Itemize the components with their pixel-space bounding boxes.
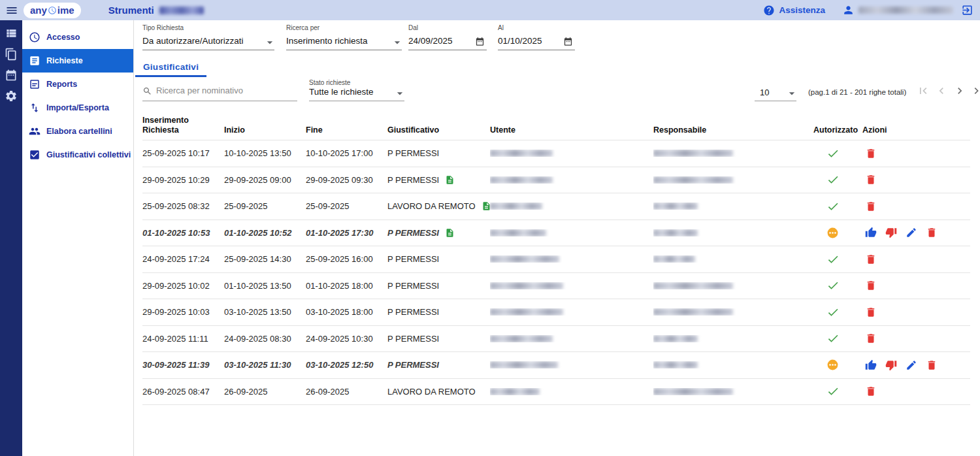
redacted-utente-name — [490, 255, 559, 263]
cell-giustificativo: P PERMESSI — [387, 307, 490, 317]
cell-inserimento-richiesta: 29-09-2025 10:02 — [142, 281, 224, 291]
cell-responsabile — [653, 150, 813, 157]
edit-button[interactable] — [906, 227, 917, 238]
cell-inserimento-richiesta: 29-09-2025 10:29 — [142, 175, 224, 185]
cell-autorizzato — [813, 173, 862, 186]
next-page-button[interactable] — [953, 84, 966, 97]
sidebar-item-reports[interactable]: Reports — [22, 73, 133, 96]
redacted-utente-name — [490, 176, 553, 184]
cell-responsabile — [653, 335, 813, 342]
filter-label: Dal — [408, 24, 418, 31]
delete-button[interactable] — [865, 201, 877, 212]
cell-inserimento-richiesta: 24-09-2025 11:11 — [142, 334, 224, 344]
gear-icon[interactable] — [5, 90, 18, 103]
delete-button[interactable] — [865, 148, 877, 159]
main-content: Tipo Richiesta Da autorizzare/Autorizzat… — [134, 20, 980, 456]
delete-button[interactable] — [865, 333, 877, 344]
calendar-icon[interactable] — [475, 37, 485, 46]
help-icon[interactable] — [763, 5, 775, 16]
date-from-value: 24/09/2025 — [408, 36, 453, 46]
cell-inizio: 29-09-2025 09:00 — [224, 175, 306, 185]
edit-button[interactable] — [906, 359, 917, 371]
assistenza-link[interactable]: Assistenza — [779, 5, 825, 15]
cell-inizio: 25-09-2025 14:30 — [224, 254, 306, 264]
previous-page-button[interactable] — [935, 84, 948, 97]
table-row: 26-09-2025 08:4726-09-202526-09-2025LAVO… — [142, 379, 970, 406]
delete-button[interactable] — [926, 359, 938, 371]
cell-utente — [490, 388, 653, 395]
redacted-responsabile-name — [653, 388, 733, 395]
sidebar-item-elabora-cartellini[interactable]: Elabora cartellini — [22, 120, 133, 143]
first-page-button[interactable] — [917, 84, 930, 97]
requests-table: Inserimento RichiestaInizioFineGiustific… — [142, 116, 970, 405]
sidebar-item-richieste[interactable]: Richieste — [22, 49, 133, 73]
page-size-value: 10 — [760, 88, 769, 97]
cell-inserimento-richiesta: 29-09-2025 10:03 — [142, 307, 224, 317]
column-header: Autorizzato — [813, 125, 862, 135]
logout-icon[interactable] — [961, 4, 973, 16]
reject-button[interactable] — [885, 227, 897, 238]
tab-giustificativi[interactable]: Giustificativi — [135, 58, 206, 77]
redacted-username — [858, 7, 953, 14]
copy-icon[interactable] — [5, 48, 18, 61]
stato-richieste-select[interactable]: Stato richieste Tutte le richieste — [309, 79, 404, 101]
reject-button[interactable] — [885, 359, 897, 371]
approved-check-icon — [826, 173, 840, 186]
page-title-group: Strumenti — [108, 5, 204, 16]
calendar-icon[interactable] — [563, 37, 573, 46]
cell-giustificativo: P PERMESSI — [387, 148, 490, 158]
sidebar-item-giustificativi-collettivi[interactable]: Giustificativi collettivi — [22, 143, 133, 167]
filter-ricerca-per[interactable]: Ricerca per Inserimento richiesta — [286, 24, 402, 50]
cell-azioni — [862, 253, 970, 265]
cell-fine: 03-10-2025 18:00 — [306, 307, 387, 317]
page-size-select[interactable]: 10 — [755, 83, 796, 101]
delete-button[interactable] — [865, 280, 877, 291]
approved-check-icon — [826, 385, 840, 398]
search-input[interactable] — [152, 86, 297, 97]
page-title: Strumenti — [108, 5, 154, 16]
sidebar-item-label: Reports — [46, 80, 77, 89]
date-to-field[interactable]: Al 01/10/2025 — [498, 24, 575, 50]
table-row: 01-10-2025 10:5301-10-2025 10:5201-10-20… — [142, 220, 970, 247]
sidebar-item-label: Richieste — [46, 56, 83, 65]
cell-autorizzato — [813, 227, 862, 239]
table-header: Inserimento RichiestaInizioFineGiustific… — [142, 116, 970, 140]
redacted-utente-name — [490, 203, 542, 210]
calendar-icon[interactable] — [5, 69, 18, 82]
attachment-icon — [445, 175, 455, 185]
cell-azioni — [862, 201, 970, 212]
cell-responsabile — [653, 203, 813, 210]
view-list-icon[interactable] — [5, 27, 18, 40]
cell-azioni — [862, 227, 970, 238]
redacted-responsabile-name — [653, 203, 698, 210]
cell-inizio: 26-09-2025 — [224, 387, 306, 397]
cell-giustificativo: P PERMESSI — [387, 334, 490, 344]
delete-button[interactable] — [865, 385, 877, 397]
app-logo: any ime — [24, 3, 81, 18]
filter-tipo-richiesta[interactable]: Tipo Richiesta Da autorizzare/Autorizzat… — [142, 24, 274, 50]
delete-button[interactable] — [865, 174, 877, 186]
cell-responsabile — [653, 388, 813, 395]
delete-button[interactable] — [865, 253, 877, 265]
delete-button[interactable] — [865, 306, 877, 318]
approve-button[interactable] — [865, 359, 877, 371]
table-row: 29-09-2025 10:2929-09-2025 09:0029-09-20… — [142, 167, 970, 194]
column-header: Utente — [490, 125, 653, 135]
sidebar-item-accesso[interactable]: Accesso — [22, 25, 133, 49]
search-box — [142, 82, 297, 101]
delete-button[interactable] — [926, 227, 938, 238]
cell-utente — [490, 255, 653, 263]
redacted-title-suffix — [159, 7, 204, 14]
cell-responsabile — [653, 255, 813, 263]
sidebar-item-importa-esporta[interactable]: Importa/Esporta — [22, 96, 133, 120]
cell-azioni — [862, 385, 970, 397]
cell-autorizzato — [813, 306, 862, 319]
filter-label: Al — [498, 24, 504, 31]
approved-check-icon — [826, 147, 840, 160]
date-from-field[interactable]: Dal 24/09/2025 — [408, 24, 487, 50]
cell-responsabile — [653, 308, 813, 316]
last-page-button[interactable] — [972, 84, 980, 97]
approve-button[interactable] — [865, 227, 877, 238]
document-icon — [29, 55, 41, 67]
hamburger-menu-icon[interactable] — [5, 4, 18, 17]
